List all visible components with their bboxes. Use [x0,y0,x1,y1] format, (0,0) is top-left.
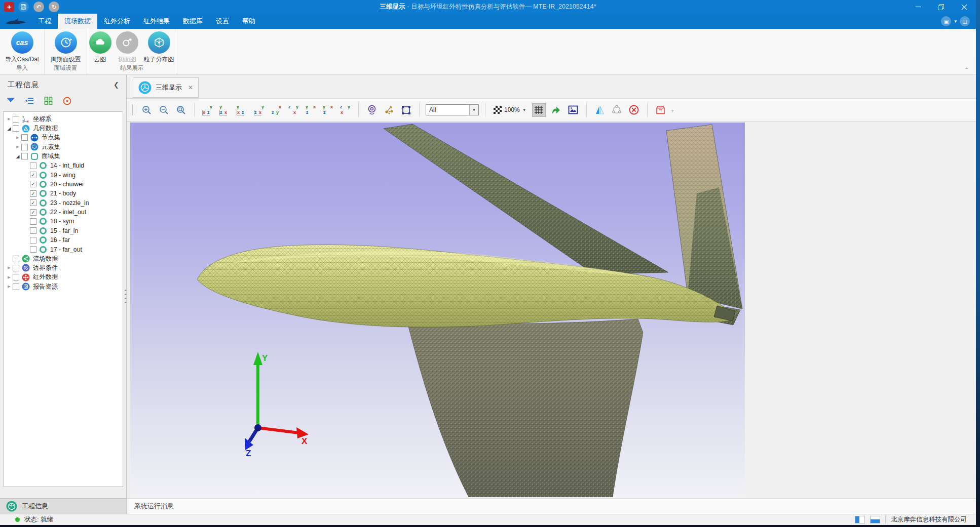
menu-flowfield-data[interactable]: 流场数据 [58,14,97,29]
view-top-icon[interactable]: zyx [270,103,283,117]
menu-infrared-results[interactable]: 红外结果 [137,14,176,29]
menu-engineering[interactable]: 工程 [31,14,58,29]
zoom-in-button[interactable] [140,103,154,117]
list-view-icon[interactable] [24,95,35,106]
tree-item-checkbox[interactable] [13,265,19,271]
tree-item-checkbox[interactable] [21,144,28,150]
view-bottom-icon[interactable]: zyx [287,103,300,117]
style-icon[interactable]: ◫ [960,16,970,26]
tree-item[interactable]: ✓23 - nozzle_in [4,198,123,208]
tree-item-checkbox[interactable] [21,134,28,141]
tree-item[interactable]: 15 - far_in [4,226,123,235]
display-filter-select[interactable]: All ▼ [426,104,479,115]
tree-item[interactable]: ✓19 - wing [4,170,123,179]
tree-item-checkbox[interactable] [30,246,36,253]
tree-item-checkbox[interactable] [30,227,36,234]
tree-item[interactable]: ◢面域集 [4,152,123,161]
tree-item[interactable]: ▶边界条件 [4,263,123,272]
close-button[interactable] [953,0,976,14]
target-icon[interactable] [61,95,72,106]
grid-view-icon[interactable] [43,95,54,106]
rotate-ring-button[interactable] [610,103,624,117]
tree-item-checkbox[interactable] [13,256,19,262]
import-cas-dat-button[interactable]: cas 导入Cas/Dat [3,30,42,64]
view-iso-3-icon[interactable]: zyx [338,103,352,117]
periodic-surface-button[interactable]: 周期面设置 [46,30,86,64]
layout-left-panel-icon[interactable] [855,516,865,523]
tree-item[interactable]: 流场数据 [4,254,123,263]
zoom-fit-button[interactable] [174,103,188,117]
viewport-3d[interactable]: Y X Z [130,123,745,497]
mesh-toggle-button[interactable] [532,103,546,117]
tree-expand-icon[interactable]: ▶ [6,285,13,289]
tree-item-checkbox[interactable] [13,125,19,132]
tree-item-checkbox[interactable] [30,237,36,244]
tree-expand-icon[interactable]: ▶ [6,266,13,270]
tree-collapse-icon[interactable]: ◢ [6,126,13,131]
restore-button[interactable] [929,0,953,14]
panel-collapse-icon[interactable]: ❮ [114,81,119,89]
snapshot-button[interactable] [567,103,580,117]
filter-icon[interactable] [5,95,16,106]
tree-item[interactable]: ✓21 - body [4,189,123,198]
minimize-button[interactable] [906,0,929,14]
tree-item[interactable]: ✓20 - chuiwei [4,180,123,189]
tree-item-checkbox[interactable] [30,163,36,169]
chevron-down-icon[interactable]: ▾ [954,19,957,24]
export-view-button[interactable] [549,103,563,117]
tree-expand-icon[interactable]: ▶ [6,117,13,121]
tree-item-checkbox[interactable] [13,274,19,280]
toolbar-grip[interactable] [132,104,134,115]
tree-item-checkbox[interactable]: ✓ [30,199,36,206]
tree-item-checkbox[interactable]: ✓ [30,190,36,197]
clear-all-button[interactable] [627,103,641,117]
theme-icon[interactable]: ▣ [941,16,951,26]
tree-item-checkbox[interactable] [21,153,28,159]
layout-bottom-panel-icon[interactable] [870,516,880,523]
menu-infrared-analysis[interactable]: 红外分析 [97,14,137,29]
tree-expand-icon[interactable]: ▶ [14,136,21,140]
menu-database[interactable]: 数据库 [176,14,209,29]
zoom-out-button[interactable] [157,103,171,117]
view-right-icon[interactable]: zxy [252,103,266,117]
view-iso-1-icon[interactable]: yzx [304,103,318,117]
tree-item[interactable]: ▶元素集 [4,142,123,151]
menu-help[interactable]: 帮助 [236,14,262,29]
probe-point-button[interactable] [365,103,379,117]
tab-close-icon[interactable]: ✕ [188,84,193,91]
tree-item-checkbox[interactable] [13,116,19,123]
particle-distribution-button[interactable]: 粒子分布图 [141,30,177,64]
tree-item[interactable]: ✓22 - inlet_out [4,208,123,217]
tree-item-checkbox[interactable]: ✓ [30,172,36,178]
view-front-icon[interactable]: xzy [201,103,214,117]
tab-3d-display[interactable]: 三维显示 ✕ [133,77,199,98]
view-left-icon[interactable]: yxz [235,103,249,117]
tree-expand-icon[interactable]: ▶ [14,145,21,149]
tree-item-checkbox[interactable]: ✓ [30,181,36,187]
tree-item-checkbox[interactable]: ✓ [30,209,36,216]
panel-footer-tab[interactable]: 工程信息 [0,498,126,514]
tree-item[interactable]: 16 - far [4,235,123,245]
archive-box-button[interactable] [654,103,667,117]
opacity-button[interactable]: 100% ▼ [492,103,529,117]
tree-item[interactable]: ▶红外数据 [4,273,123,282]
contour-plot-button[interactable]: 云图 [87,30,113,64]
node-trace-button[interactable] [382,103,396,117]
tree-item[interactable]: ▶YZX坐标系 [4,114,123,124]
tree-item[interactable]: ▶节点集 [4,133,123,142]
tree-expand-icon[interactable]: ▶ [6,275,13,279]
tree-item-checkbox[interactable] [30,218,36,225]
view-back-icon[interactable]: yzx [218,103,232,117]
chevron-down-icon[interactable]: ⌄ [671,108,674,112]
tree-collapse-icon[interactable]: ◢ [14,154,21,159]
tree-item[interactable]: ▶报告资源 [4,282,123,291]
tree-item-checkbox[interactable] [13,283,19,290]
tree-item[interactable]: 18 - sym [4,217,123,226]
mirror-button[interactable] [593,103,607,117]
tree-item[interactable]: ◢几何数据 [4,124,123,133]
tree-item[interactable]: 14 - int_fluid [4,161,123,170]
view-iso-2-icon[interactable]: yxz [321,103,335,117]
ribbon-collapse-icon[interactable]: ⌃ [965,67,969,72]
tree-item[interactable]: 17 - far_out [4,245,123,254]
box-select-button[interactable] [399,103,413,117]
